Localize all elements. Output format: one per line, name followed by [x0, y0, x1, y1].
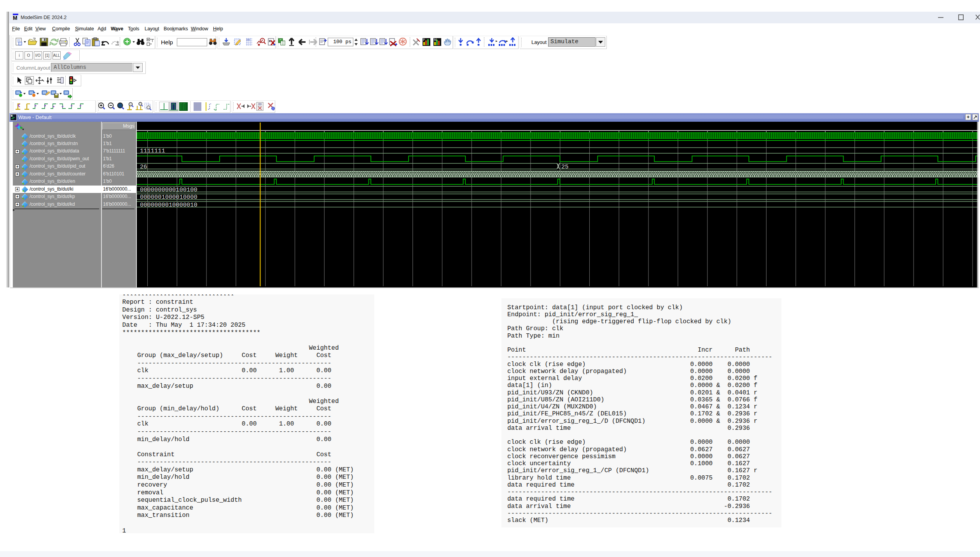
svg-text:0000001000010000: 0000001000010000 [140, 194, 197, 201]
svg-text:1111111: 1111111 [140, 147, 165, 154]
svg-text:P: P [423, 38, 425, 42]
svg-text:25: 25 [561, 163, 568, 170]
svg-text:26: 26 [140, 163, 147, 170]
svg-text:101: 101 [258, 103, 262, 105]
svg-text:0000000000100100: 0000000000100100 [140, 186, 197, 193]
svg-text:M: M [434, 38, 437, 42]
svg-text:101: 101 [246, 38, 250, 41]
svg-text:0000000010000010: 0000000010000010 [140, 201, 197, 208]
